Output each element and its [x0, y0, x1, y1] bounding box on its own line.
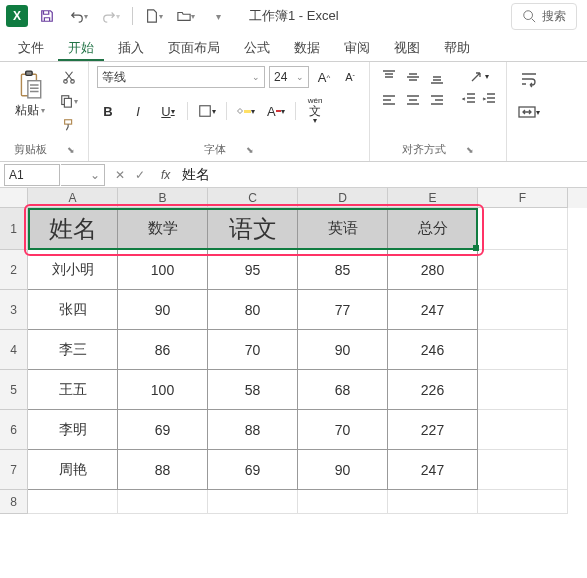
cell[interactable]: 英语 [298, 208, 388, 250]
cell[interactable] [298, 490, 388, 514]
align-right-button[interactable] [426, 90, 448, 112]
qat-customize-button[interactable]: ▾ [205, 3, 231, 29]
cell[interactable]: 95 [208, 250, 298, 290]
col-header[interactable]: B [118, 188, 208, 208]
font-color-button[interactable]: A▾ [265, 100, 287, 122]
cell[interactable] [478, 490, 568, 514]
orientation-button[interactable]: ▾ [460, 66, 498, 86]
tab-file[interactable]: 文件 [8, 33, 54, 61]
cell[interactable] [118, 490, 208, 514]
cell[interactable]: 总分 [388, 208, 478, 250]
name-box[interactable]: A1 [4, 164, 60, 186]
tab-formulas[interactable]: 公式 [234, 33, 280, 61]
cell[interactable] [208, 490, 298, 514]
align-launcher[interactable]: ⬊ [466, 145, 474, 155]
fx-label[interactable]: fx [155, 168, 176, 182]
cell[interactable] [478, 208, 568, 250]
align-center-button[interactable] [402, 90, 424, 112]
col-header[interactable]: D [298, 188, 388, 208]
cell[interactable]: 226 [388, 370, 478, 410]
cell[interactable]: 70 [208, 330, 298, 370]
col-header[interactable]: E [388, 188, 478, 208]
wrap-text-button[interactable] [515, 66, 543, 94]
cell[interactable]: 100 [118, 250, 208, 290]
decrease-font-button[interactable]: Aˇ [339, 66, 361, 88]
cell[interactable]: 90 [118, 290, 208, 330]
align-left-button[interactable] [378, 90, 400, 112]
tab-home[interactable]: 开始 [58, 33, 104, 61]
name-box-dropdown[interactable]: ⌄ [61, 164, 105, 186]
cell[interactable]: 88 [118, 450, 208, 490]
increase-indent-button[interactable] [480, 90, 498, 108]
undo-button[interactable]: ▾ [66, 3, 92, 29]
col-header[interactable]: C [208, 188, 298, 208]
new-file-button[interactable]: ▾ [141, 3, 167, 29]
cell[interactable] [478, 450, 568, 490]
tab-layout[interactable]: 页面布局 [158, 33, 230, 61]
cell[interactable]: 王五 [28, 370, 118, 410]
tab-data[interactable]: 数据 [284, 33, 330, 61]
row-header[interactable]: 3 [0, 290, 28, 330]
font-launcher[interactable]: ⬊ [246, 145, 254, 155]
cell[interactable]: 227 [388, 410, 478, 450]
cut-button[interactable] [58, 68, 80, 86]
cell[interactable]: 语文 [208, 208, 298, 250]
open-button[interactable]: ▾ [173, 3, 199, 29]
underline-button[interactable]: U▾ [157, 100, 179, 122]
border-button[interactable]: ▾ [196, 100, 218, 122]
cell[interactable]: 周艳 [28, 450, 118, 490]
cell[interactable] [478, 370, 568, 410]
decrease-indent-button[interactable] [460, 90, 478, 108]
cell[interactable]: 69 [208, 450, 298, 490]
formula-input[interactable]: 姓名 [176, 166, 587, 184]
cell[interactable]: 90 [298, 450, 388, 490]
cell[interactable] [478, 410, 568, 450]
tab-help[interactable]: 帮助 [434, 33, 480, 61]
cell[interactable] [478, 250, 568, 290]
align-bottom-button[interactable] [426, 66, 448, 88]
cell[interactable]: 280 [388, 250, 478, 290]
cell[interactable]: 70 [298, 410, 388, 450]
col-header[interactable]: A [28, 188, 118, 208]
cell[interactable] [388, 490, 478, 514]
phonetic-button[interactable]: wén文▾ [304, 100, 326, 122]
cell[interactable]: 张四 [28, 290, 118, 330]
cell[interactable]: 69 [118, 410, 208, 450]
cell[interactable] [28, 490, 118, 514]
row-header[interactable]: 1 [0, 208, 28, 250]
cell[interactable]: 姓名 [28, 208, 118, 250]
font-name-select[interactable]: 等线⌄ [97, 66, 265, 88]
cell[interactable]: 李明 [28, 410, 118, 450]
row-header[interactable]: 6 [0, 410, 28, 450]
tab-review[interactable]: 审阅 [334, 33, 380, 61]
row-header[interactable]: 4 [0, 330, 28, 370]
cell[interactable]: 90 [298, 330, 388, 370]
tab-view[interactable]: 视图 [384, 33, 430, 61]
fill-color-button[interactable]: ▾ [235, 100, 257, 122]
cell[interactable]: 68 [298, 370, 388, 410]
cell[interactable]: 88 [208, 410, 298, 450]
row-header[interactable]: 5 [0, 370, 28, 410]
cell[interactable]: 李三 [28, 330, 118, 370]
cell[interactable]: 数学 [118, 208, 208, 250]
cell[interactable] [478, 290, 568, 330]
increase-font-button[interactable]: A^ [313, 66, 335, 88]
row-header[interactable]: 8 [0, 490, 28, 514]
paste-button[interactable]: 粘贴▾ [8, 66, 52, 121]
tab-insert[interactable]: 插入 [108, 33, 154, 61]
select-all-corner[interactable] [0, 188, 28, 208]
cell[interactable]: 80 [208, 290, 298, 330]
cell[interactable]: 247 [388, 290, 478, 330]
merge-button[interactable]: ▾ [515, 98, 543, 126]
format-painter-button[interactable] [58, 116, 80, 134]
cell[interactable]: 刘小明 [28, 250, 118, 290]
clipboard-launcher[interactable]: ⬊ [67, 145, 75, 155]
redo-button[interactable]: ▾ [98, 3, 124, 29]
align-middle-button[interactable] [402, 66, 424, 88]
confirm-edit-button[interactable]: ✓ [131, 168, 149, 182]
cell[interactable]: 86 [118, 330, 208, 370]
cell[interactable]: 85 [298, 250, 388, 290]
cell[interactable]: 77 [298, 290, 388, 330]
cell[interactable]: 58 [208, 370, 298, 410]
italic-button[interactable]: I [127, 100, 149, 122]
